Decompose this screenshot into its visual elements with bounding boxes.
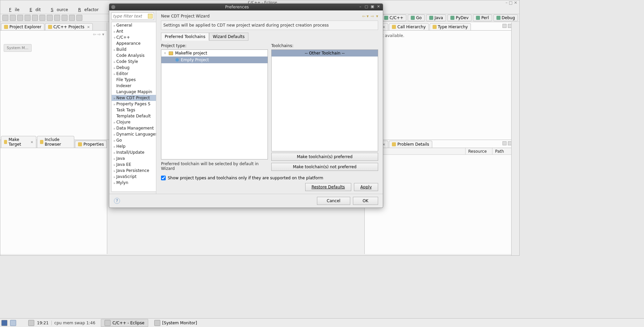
apply-button[interactable]: Apply xyxy=(354,183,378,191)
expand-icon[interactable]: ▹ xyxy=(113,121,116,124)
taskbar-task[interactable]: C/C++ - Eclipse xyxy=(101,319,148,327)
tree-item-data-management[interactable]: ▹Data Management xyxy=(112,125,156,131)
tab-make-target[interactable]: Make Target✕ xyxy=(1,136,36,148)
make-preferred-button[interactable]: Make toolchain(s) preferred xyxy=(271,153,378,161)
expand-icon[interactable]: ▹ xyxy=(113,151,116,154)
clear-filter-icon[interactable] xyxy=(148,14,153,19)
tree-item-template-default[interactable]: Template Default xyxy=(112,113,156,119)
tree-item-new-cdt-project[interactable]: ▹New CDT Project xyxy=(112,95,156,101)
minimize-icon[interactable]: – xyxy=(358,5,363,9)
tab-properties[interactable]: Properties xyxy=(75,141,107,148)
tree-item-debug[interactable]: ▹Debug xyxy=(112,65,156,71)
view-icon[interactable] xyxy=(502,141,507,145)
expand-icon[interactable]: ▹ xyxy=(113,48,116,51)
perspective-pydev[interactable]: PyDev xyxy=(447,14,472,21)
system-chip[interactable]: System M... xyxy=(4,44,32,52)
perspective-cc[interactable]: C/C++ xyxy=(381,14,406,21)
tab-c-c-projects[interactable]: C/C++ Projects✕ xyxy=(45,23,93,30)
supported-only-checkbox[interactable] xyxy=(161,176,166,180)
expand-icon[interactable]: ▹ xyxy=(113,97,116,100)
tree-item-build[interactable]: ▹Build xyxy=(112,46,156,52)
taskbar-task[interactable]: [System Monitor] xyxy=(151,319,201,327)
view-menu-icon[interactable] xyxy=(502,24,507,28)
perspective-perl[interactable]: Perl xyxy=(473,14,492,21)
column-header[interactable]: Resource xyxy=(466,148,492,154)
start-icon[interactable] xyxy=(1,320,7,326)
project-type-item[interactable]: Empty Project xyxy=(161,57,268,63)
expand-icon[interactable]: ▹ xyxy=(113,72,116,76)
expand-icon[interactable]: ▹ xyxy=(113,163,116,167)
toolbar-icon[interactable] xyxy=(62,15,68,21)
toolbar-icon[interactable] xyxy=(47,15,53,21)
tree-item-editor[interactable]: ▹Editor xyxy=(112,71,156,77)
filter-input[interactable] xyxy=(113,14,152,19)
ok-button[interactable]: OK xyxy=(353,197,378,205)
expand-icon[interactable]: ▹ xyxy=(113,181,116,185)
eclipse-launcher-icon[interactable] xyxy=(10,320,16,326)
subtab-preferred-toolchains[interactable]: Preferred Toolchains xyxy=(161,33,209,41)
tree-item-code-analysis[interactable]: Code Analysis xyxy=(112,52,156,59)
expand-icon[interactable]: ▹ xyxy=(113,157,116,160)
tree-item-help[interactable]: ▹Help xyxy=(112,143,156,149)
close-icon[interactable]: ✕ xyxy=(87,25,90,29)
close-icon[interactable]: ✕ xyxy=(376,5,381,9)
tree-item-javascript[interactable]: ▹JavaScript xyxy=(112,174,156,180)
tree-item-java-persistence[interactable]: ▹Java Persistence xyxy=(112,168,156,174)
tree-item-java[interactable]: ▹Java xyxy=(112,155,156,161)
tab-project-explorer[interactable]: Project Explorer xyxy=(1,23,44,30)
expand-icon[interactable]: ▹ xyxy=(113,127,116,130)
toolbar-icon[interactable] xyxy=(2,15,8,21)
tab-problem-details[interactable]: Problem Details xyxy=(389,141,432,148)
forward-icon[interactable]: ⇨ xyxy=(371,14,374,19)
tree-item-appearance[interactable]: Appearance xyxy=(112,40,156,46)
tab-call-hierarchy[interactable]: Call Hierarchy xyxy=(389,23,429,30)
toolbar-icon[interactable] xyxy=(69,15,75,21)
toolbar-icon[interactable] xyxy=(39,15,45,21)
tree-item-ant[interactable]: ▹Ant xyxy=(112,28,156,34)
preferences-tree[interactable]: ▹General▹Ant▿C/C++Appearance▹BuildCode A… xyxy=(111,22,156,192)
tree-item-go[interactable]: ▹Go xyxy=(112,137,156,143)
expand-icon[interactable]: ▹ xyxy=(113,139,116,142)
project-type-list[interactable]: ▿Makefile projectEmpty Project xyxy=(161,49,268,159)
tree-item-mylyn[interactable]: ▹Mylyn xyxy=(112,180,156,186)
restore-defaults-button[interactable]: Restore Defaults xyxy=(305,183,351,191)
tree-item-dynamic-languages[interactable]: ▹Dynamic Languages xyxy=(112,131,156,137)
toolbar-icon[interactable] xyxy=(76,15,82,21)
tree-item-task-tags[interactable]: Task Tags xyxy=(112,107,156,113)
toolbar-icon[interactable] xyxy=(25,15,31,21)
tree-item-install-update[interactable]: ▹Install/Update xyxy=(112,149,156,155)
menu-source[interactable]: Source xyxy=(44,7,71,13)
subtab-wizard-defaults[interactable]: Wizard Defaults xyxy=(209,33,248,41)
close-icon[interactable]: ✕ xyxy=(31,140,33,144)
expand-icon[interactable]: ▿ xyxy=(113,36,116,39)
perspective-java[interactable]: Java xyxy=(426,14,446,21)
toolbar-icon[interactable] xyxy=(54,15,60,21)
toolbar-icon[interactable] xyxy=(17,15,23,21)
tab-type-hierarchy[interactable]: Type Hierarchy xyxy=(430,23,471,30)
view-nav-arrows[interactable]: ⇦ ⇨ ▾ xyxy=(93,32,104,37)
perspective-go[interactable]: Go xyxy=(408,14,425,21)
dialog-titlebar[interactable]: Preferences – ▢ ▣ ✕ xyxy=(109,4,383,10)
tab-include-browser[interactable]: Include Browser xyxy=(37,136,74,148)
tree-item-code-style[interactable]: ▹Code Style xyxy=(112,59,156,65)
expand-icon[interactable]: ▹ xyxy=(113,169,116,173)
tree-item-indexer[interactable]: Indexer xyxy=(112,83,156,89)
files-icon[interactable] xyxy=(28,320,34,326)
restore-icon[interactable]: ▣ xyxy=(370,5,375,9)
tree-item-file-types[interactable]: File Types xyxy=(112,77,156,83)
make-not-preferred-button[interactable]: Make toolchain(s) not preferred xyxy=(271,163,378,171)
help-icon[interactable]: ? xyxy=(114,198,120,204)
tree-item-property-pages-s[interactable]: ▹Property Pages S xyxy=(112,101,156,107)
expand-icon[interactable]: ▹ xyxy=(113,24,116,27)
expand-icon[interactable]: ▹ xyxy=(113,175,116,179)
menu-file[interactable]: File xyxy=(2,7,23,13)
tree-item-c-c-[interactable]: ▿C/C++ xyxy=(112,34,156,40)
toolbar-icon[interactable] xyxy=(10,15,16,21)
window-controls[interactable]: – □ ✕ xyxy=(492,0,519,5)
tree-item-java-ee[interactable]: ▹Java EE xyxy=(112,161,156,168)
project-type-item[interactable]: ▿Makefile project xyxy=(161,50,268,57)
perspective-debug[interactable]: Debug xyxy=(493,14,518,21)
menu-refactor[interactable]: Refactor xyxy=(71,7,102,13)
expand-icon[interactable]: ▹ xyxy=(113,145,116,148)
expand-icon[interactable]: ▹ xyxy=(113,133,116,136)
